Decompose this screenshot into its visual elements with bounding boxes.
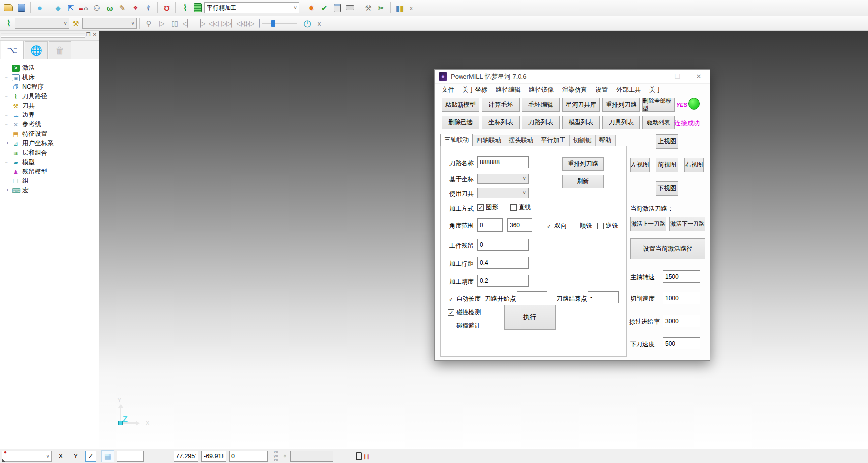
stepover-input[interactable] — [477, 257, 529, 269]
axis-x-button[interactable]: X — [56, 451, 66, 462]
tool-change-icon[interactable]: ⚒ — [362, 1, 375, 14]
explorer-close-icon[interactable]: ✕ — [91, 32, 98, 37]
view-left-button[interactable]: 左视图 — [630, 158, 650, 172]
clock-icon[interactable]: ◷ — [301, 17, 314, 30]
tool-holder-icon[interactable]: Ʊ — [160, 1, 173, 14]
step-forward-icon[interactable]: ▕▷ — [194, 17, 207, 30]
open-project-icon[interactable] — [2, 1, 15, 14]
auto-length-checkbox[interactable]: 自动长度 — [448, 295, 481, 303]
base-coord-combobox[interactable]: ˅ — [477, 174, 529, 184]
view-front-button[interactable]: 前视图 — [656, 158, 678, 172]
tree-item-macros[interactable]: +⌨宏 — [5, 186, 99, 195]
tree-item-machine[interactable]: ┈▣机床 — [5, 73, 99, 82]
tolerance-input[interactable] — [477, 275, 529, 287]
coord-z-input[interactable] — [229, 451, 268, 462]
skim-feed-input[interactable] — [663, 315, 700, 327]
save-project-icon[interactable] — [15, 1, 28, 14]
feature-set-icon[interactable]: ⍒ — [142, 1, 155, 14]
delete-all-models-button[interactable]: 删除全部模型 — [642, 98, 675, 112]
sim-toolbar-close-icon[interactable]: x — [314, 18, 325, 29]
use-tool-combobox[interactable]: ˅ — [477, 188, 529, 198]
tab-3axis[interactable]: 三轴联动 — [440, 134, 473, 146]
view-right-button[interactable]: 右视图 — [684, 158, 704, 172]
lamp-icon[interactable]: ⚲ — [142, 17, 155, 30]
block-edit-button[interactable]: 毛坯编辑 — [522, 98, 560, 112]
explorer-float-icon[interactable]: ❐ — [85, 32, 92, 37]
menu-path-mirror[interactable]: 路径镜像 — [529, 86, 554, 94]
tree-item-activate[interactable]: ┈>激活 — [5, 63, 99, 73]
tree-item-tools[interactable]: ┈⚒刀具 — [5, 101, 99, 111]
menu-external-tools[interactable]: 外部工具 — [616, 86, 641, 94]
points-icon[interactable]: ❖ — [129, 1, 142, 14]
angle-to-input[interactable] — [507, 218, 532, 232]
workplane-combobox[interactable]: ● ˅ — [2, 451, 52, 462]
reorder-button[interactable]: 重排列刀路 — [562, 157, 604, 171]
refresh-button[interactable]: 刷新 — [562, 175, 604, 188]
spindle-speed-input[interactable] — [663, 270, 700, 283]
explorer-grip[interactable]: ❐ ✕ — [0, 31, 99, 41]
explorer-tab-tree[interactable]: ⌥ — [1, 40, 24, 59]
tab-saw[interactable]: 切割锯 — [569, 135, 596, 146]
dialog-titlebar[interactable]: ★ PowerMILL 忆梦星河 7.0.6 – ☐ ✕ — [435, 70, 710, 84]
maximize-button[interactable]: ☐ — [666, 70, 688, 83]
plunge-speed-input[interactable] — [663, 337, 700, 349]
search-back-icon[interactable]: ◁◁ — [207, 17, 220, 30]
collision-check-checkbox[interactable]: 碰撞检测 — [448, 308, 481, 317]
coord-list-button[interactable]: 坐标列表 — [482, 116, 520, 129]
tree-item-groups[interactable]: ┈❒组 — [5, 176, 99, 186]
tab-parallel[interactable]: 平行加工 — [537, 135, 570, 146]
sim-tool-combobox[interactable]: ˅ — [82, 18, 137, 29]
sim-toolpath-combobox[interactable]: ˅ — [15, 18, 69, 29]
search-forward-icon[interactable]: ▷▷ — [220, 17, 232, 30]
expand-icon[interactable]: + — [5, 188, 10, 193]
feedrate-icon[interactable]: ≡🝓 — [77, 1, 90, 14]
toolpath-end-input[interactable] — [588, 291, 619, 303]
sim-speed-slider[interactable] — [262, 23, 297, 24]
paste-new-model-button[interactable]: 粘贴新模型 — [442, 98, 479, 112]
reorder-toolpaths-button[interactable]: 重排列刀路 — [602, 98, 640, 112]
position-input[interactable] — [290, 451, 333, 462]
tree-item-models[interactable]: ┈▰模型 — [5, 158, 99, 167]
axis-z-button[interactable]: Z — [85, 451, 96, 462]
view-bottom-button[interactable]: 下视图 — [656, 181, 678, 196]
tree-item-workplanes[interactable]: +⊿用户坐标系 — [5, 139, 99, 148]
strategy-list-icon[interactable] — [191, 1, 204, 14]
minimize-button[interactable]: – — [644, 70, 666, 83]
drive-list-button[interactable]: 驱动列表 — [642, 116, 675, 129]
calculator-icon[interactable] — [331, 1, 344, 14]
go-start-icon[interactable]: ▏◁◁ — [232, 17, 245, 30]
bidirectional-checkbox[interactable]: 双向 — [546, 222, 567, 230]
tool-icon[interactable]: ⚇ — [90, 1, 103, 14]
execute-button[interactable]: 执行 — [504, 305, 556, 330]
coord-y-input[interactable] — [201, 451, 226, 462]
view-top-button[interactable]: 上视图 — [656, 134, 678, 149]
toolpath-list-button[interactable]: 刀路列表 — [522, 116, 560, 129]
set-active-path-button[interactable]: 设置当前激活路径 — [630, 238, 705, 259]
tree-item-boundaries[interactable]: ┈☁边界 — [5, 111, 99, 120]
axis-y-button[interactable]: Y — [70, 451, 81, 462]
menu-settings[interactable]: 设置 — [595, 86, 608, 94]
pause-icon[interactable]: ▯▯ — [168, 17, 181, 30]
conventional-mill-checkbox[interactable]: 逆铣 — [597, 222, 618, 230]
mode-circle-checkbox[interactable]: 圆形 — [477, 203, 498, 212]
strategy-combobox[interactable]: 平行精加工 ˅ — [204, 2, 299, 13]
pattern-icon[interactable]: ✎ — [116, 1, 129, 14]
grid-toggle-button[interactable]: ▦ — [101, 450, 114, 462]
sim-speed-slider-handle[interactable] — [271, 20, 275, 27]
delete-selected-button[interactable]: 删除已选 — [442, 116, 479, 129]
tree-item-stockmodels[interactable]: ┈♟残留模型 — [5, 167, 99, 176]
boundary-icon[interactable]: ω — [103, 1, 116, 14]
tool-library-button[interactable]: 星河刀具库 — [562, 98, 600, 112]
rapid-height-icon[interactable]: ⇱ — [64, 1, 77, 14]
collision-avoid-checkbox[interactable]: 碰撞避让 — [448, 322, 481, 330]
coord-x-input[interactable] — [174, 451, 198, 462]
menu-file[interactable]: 文件 — [442, 86, 454, 94]
tree-item-ncprogram[interactable]: ┈🗇NC程序 — [5, 82, 99, 92]
tree-item-featuresets[interactable]: ┈⬒特征设置 — [5, 129, 99, 139]
close-button[interactable]: ✕ — [688, 70, 710, 83]
toolbar-close-icon[interactable]: x — [406, 2, 417, 13]
play-icon[interactable]: ▷ — [155, 17, 168, 30]
tab-swivel[interactable]: 摆头联动 — [505, 135, 537, 146]
measure-icon[interactable] — [344, 1, 356, 14]
collision-check-icon[interactable]: ✹ — [305, 1, 318, 14]
